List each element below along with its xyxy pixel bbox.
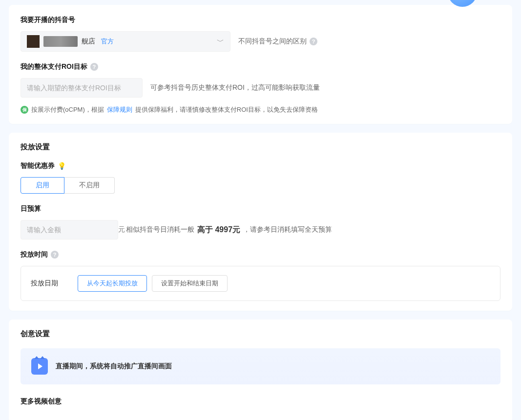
account-store-suffix: 舰店 (82, 37, 95, 46)
live-promo-banner: 直播期间，系统将自动推广直播间画面 (21, 348, 500, 384)
roi-input[interactable] (21, 78, 143, 98)
account-name-redacted (43, 36, 78, 47)
coupon-toggle: 启用 不启用 (21, 177, 500, 194)
budget-input-wrapper: 元 (21, 220, 118, 240)
account-select[interactable]: 舰店 官方 ﹀ (21, 31, 230, 52)
help-icon[interactable]: ? (310, 38, 317, 45)
coupon-enable-button[interactable]: 启用 (21, 177, 64, 194)
coupon-label: 智能优惠券 💡 (21, 161, 500, 170)
creative-settings-card: 创意设置 直播期间，系统将自动推广直播间画面 更多视频创意 (9, 320, 512, 420)
schedule-box: 投放日期 从今天起长期投放 设置开始和结束日期 (21, 266, 500, 301)
gift-play-icon (31, 358, 48, 375)
guarantee-note: 保 按展示付费(oCPM)，根据 保障规则 提供保障福利，请谨慎修改整体支付RO… (21, 105, 500, 114)
help-icon[interactable]: ? (90, 63, 98, 71)
account-avatar (27, 35, 40, 48)
banner-text: 直播期间，系统将自动推广直播间画面 (56, 362, 172, 371)
account-roi-card: 我要开播的抖音号 舰店 官方 ﹀ 不同抖音号之间的区别 ? (9, 5, 512, 124)
budget-label: 日预算 (21, 204, 500, 213)
account-diff-hint: 不同抖音号之间的区别 ? (238, 37, 317, 46)
budget-input[interactable] (21, 221, 118, 239)
roi-label: 我的整体支付ROI目标 ? (21, 62, 500, 71)
creative-title: 创意设置 (21, 329, 500, 339)
account-label: 我要开播的抖音号 (21, 16, 500, 24)
schedule-row-label: 投放日期 (31, 279, 58, 288)
schedule-range-button[interactable]: 设置开始和结束日期 (152, 275, 228, 292)
delivery-settings-card: 投放设置 智能优惠券 💡 启用 不启用 日预算 元 相似抖音号日消耗一般 高于 … (9, 133, 512, 311)
help-icon[interactable]: ? (51, 251, 59, 259)
official-tag: 官方 (101, 37, 114, 46)
bulb-icon: 💡 (58, 162, 66, 170)
more-video-label: 更多视频创意 (21, 397, 500, 406)
delivery-title: 投放设置 (21, 142, 500, 152)
shield-icon: 保 (21, 106, 28, 114)
schedule-longterm-button[interactable]: 从今天起长期投放 (78, 275, 147, 292)
roi-hint: 可参考抖音号历史整体支付ROI，过高可能影响获取流量 (150, 83, 320, 92)
budget-unit: 元 (118, 225, 125, 234)
coupon-disable-button[interactable]: 不启用 (64, 177, 115, 194)
chevron-down-icon: ﹀ (217, 37, 224, 46)
budget-hint: 相似抖音号日消耗一般 高于 4997元，请参考日消耗填写全天预算 (126, 225, 332, 235)
guarantee-rules-link[interactable]: 保障规则 (107, 105, 132, 114)
schedule-label: 投放时间 ? (21, 250, 500, 259)
